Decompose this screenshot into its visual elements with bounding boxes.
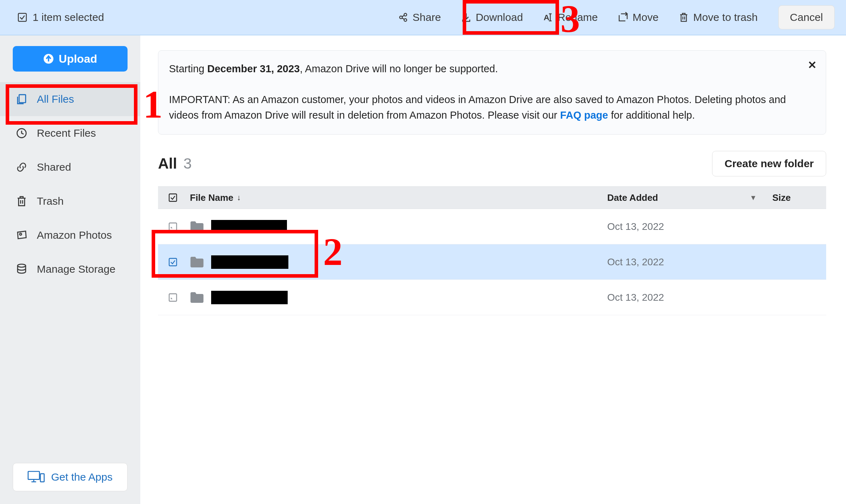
table-row[interactable]: Oct 13, 2022 (158, 209, 826, 244)
select-all-checkbox[interactable] (168, 193, 178, 203)
trash-icon (16, 195, 28, 207)
content-area: Starting December 31, 2023, Amazon Drive… (140, 35, 846, 504)
svg-rect-27 (169, 258, 177, 266)
devices-icon (28, 470, 45, 484)
table-row[interactable]: Oct 13, 2022 (158, 280, 826, 315)
svg-rect-21 (28, 471, 40, 480)
download-label: Download (476, 11, 523, 23)
move-icon (618, 12, 628, 23)
svg-rect-24 (40, 474, 44, 482)
sidebar-item-label: Trash (37, 195, 64, 207)
cancel-button[interactable]: Cancel (778, 5, 835, 29)
sidebar-item-label: Shared (37, 161, 71, 173)
svg-line-4 (402, 15, 404, 17)
row-checkbox[interactable] (168, 293, 178, 302)
rename-label: Rename (558, 11, 598, 23)
sidebar-item-storage[interactable]: Manage Storage (0, 252, 140, 286)
sidebar: Upload All Files Recent Files Shared Tra… (0, 35, 140, 504)
share-button[interactable]: Share (398, 11, 441, 23)
svg-line-5 (402, 18, 404, 19)
upload-icon (43, 53, 54, 64)
list-header: All 3 Create new folder (158, 151, 826, 176)
folder-icon (190, 221, 204, 233)
notice-text: for additional help. (608, 109, 695, 121)
svg-text:A: A (544, 13, 549, 22)
col-label: Date Added (607, 192, 658, 203)
folder-icon (190, 291, 204, 304)
get-apps-label: Get the Apps (51, 471, 112, 483)
notice-line1: Starting December 31, 2023, Amazon Drive… (169, 61, 787, 77)
row-date: Oct 13, 2022 (604, 221, 767, 232)
photo-icon (16, 229, 28, 241)
upload-button[interactable]: Upload (13, 46, 128, 72)
notice-date: December 31, 2023 (207, 63, 300, 74)
download-icon (461, 12, 472, 23)
svg-point-1 (400, 16, 402, 19)
upload-label: Upload (59, 52, 97, 66)
storage-icon (16, 263, 28, 275)
svg-point-2 (404, 13, 407, 16)
sidebar-item-label: Amazon Photos (37, 229, 112, 241)
close-notice-button[interactable]: ✕ (808, 57, 817, 73)
notice-text: Starting (169, 63, 207, 74)
trash-icon (678, 12, 689, 23)
svg-rect-0 (18, 13, 27, 22)
files-icon (16, 93, 28, 105)
sidebar-item-recent[interactable]: Recent Files (0, 116, 140, 150)
row-checkbox[interactable] (168, 257, 178, 267)
share-label: Share (413, 11, 441, 23)
sidebar-item-all-files[interactable]: All Files (0, 82, 140, 116)
move-to-trash-button[interactable]: Move to trash (678, 11, 758, 23)
col-label: Size (772, 192, 791, 203)
selection-action-bar: 1 item selected Share Download A Rename … (0, 0, 846, 35)
folder-name-redacted (211, 255, 288, 269)
notice-text: , Amazon Drive will no longer be support… (300, 63, 498, 74)
col-header-name[interactable]: File Name↓ (188, 192, 604, 203)
notice-line2: IMPORTANT: As an Amazon customer, your p… (169, 92, 787, 123)
svg-point-3 (404, 19, 407, 22)
rename-icon: A (543, 12, 553, 23)
svg-rect-28 (169, 294, 177, 301)
sidebar-item-label: Manage Storage (37, 263, 115, 275)
clock-icon (16, 127, 28, 139)
get-apps-button[interactable]: Get the Apps (13, 463, 128, 491)
sidebar-item-trash[interactable]: Trash (0, 184, 140, 218)
svg-rect-15 (19, 95, 26, 103)
check-icon (17, 12, 28, 23)
col-label: File Name (190, 192, 233, 203)
col-header-date[interactable]: Date Added▼ (604, 192, 767, 203)
sidebar-item-shared[interactable]: Shared (0, 150, 140, 184)
faq-link[interactable]: FAQ page (560, 109, 608, 121)
sidebar-item-label: All Files (37, 93, 74, 105)
list-count: 3 (184, 155, 192, 172)
deprecation-notice: Starting December 31, 2023, Amazon Drive… (158, 50, 826, 135)
folder-name-redacted (211, 291, 288, 304)
table-row[interactable]: Oct 13, 2022 (158, 244, 826, 280)
list-title: All (158, 155, 177, 172)
file-table: File Name↓ Date Added▼ Size Oct 13, 2022… (158, 186, 826, 315)
sidebar-item-amazon-photos[interactable]: Amazon Photos (0, 218, 140, 252)
link-icon (16, 161, 28, 173)
trash-label: Move to trash (693, 11, 758, 23)
selected-count: 1 item selected (17, 11, 104, 23)
svg-rect-26 (169, 223, 177, 230)
download-button[interactable]: Download (461, 11, 523, 23)
folder-name-redacted (211, 220, 287, 233)
col-header-size[interactable]: Size (767, 192, 826, 203)
row-checkbox[interactable] (168, 222, 178, 232)
sidebar-item-label: Recent Files (37, 127, 96, 139)
svg-point-20 (18, 264, 26, 267)
sort-dropdown-icon: ▼ (750, 194, 757, 202)
table-header: File Name↓ Date Added▼ Size (158, 186, 826, 209)
selected-text: 1 item selected (33, 11, 104, 23)
svg-rect-25 (169, 194, 177, 202)
folder-icon (190, 256, 204, 268)
row-date: Oct 13, 2022 (604, 256, 767, 268)
row-date: Oct 13, 2022 (604, 292, 767, 303)
sort-arrow-icon: ↓ (237, 193, 241, 202)
move-label: Move (633, 11, 659, 23)
share-icon (398, 12, 408, 23)
move-button[interactable]: Move (618, 11, 659, 23)
rename-button[interactable]: A Rename (543, 11, 598, 23)
create-new-folder-button[interactable]: Create new folder (712, 151, 826, 176)
